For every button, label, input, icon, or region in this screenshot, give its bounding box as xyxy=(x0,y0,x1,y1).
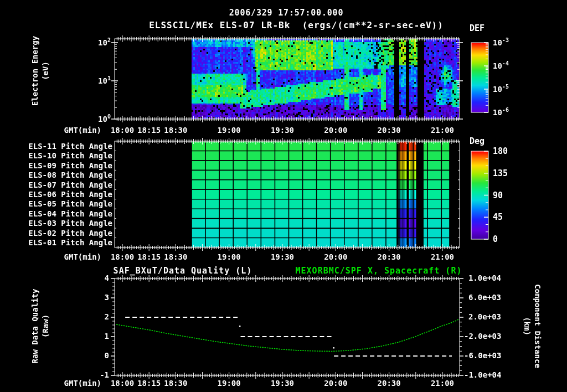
xtick-label: 19:00 xyxy=(218,252,241,261)
xtick-label: 21:00 xyxy=(431,379,454,388)
quality-left-tick-label: 2 xyxy=(83,312,109,321)
quality-left-tick-label: 1 xyxy=(83,332,109,341)
deg-tick-label: 0 xyxy=(493,234,498,244)
electron-energy-spectrogram xyxy=(115,39,460,119)
pitch-row-label: ELS-08 Pitch Angle xyxy=(22,171,112,179)
page-title-datetime: 2006/329 17:57:00.000 xyxy=(229,8,343,18)
pitch-row-label: ELS-07 Pitch Angle xyxy=(22,180,112,189)
quality-title-left: SAF_BXuT/Data Quality (L) xyxy=(114,266,252,276)
deg-tick-label: 90 xyxy=(493,190,503,200)
quality-xtick-labels: 18:0018:1518:3019:0019:3020:0020:3021:00 xyxy=(115,379,460,387)
xtick-label: 20:30 xyxy=(378,126,401,135)
pitch-row-label: ELS-11 Pitch Angle xyxy=(22,142,112,151)
quality-title-right: MEXORBMC/SPF X, Spacecraft (R) xyxy=(296,266,462,276)
quality-right-tick-label: 2.0e+03 xyxy=(468,312,501,321)
xtick-label: 19:30 xyxy=(271,379,294,388)
xtick-label: 20:30 xyxy=(378,379,401,388)
plot-page: { "header": { "title_datetime": "2006/32… xyxy=(0,0,567,392)
def-tick-label: 10-3 xyxy=(493,37,509,47)
pitch-row-label: ELS-04 Pitch Angle xyxy=(22,209,112,218)
xtick-label: 19:00 xyxy=(218,379,241,388)
deg-colorbar xyxy=(471,151,488,239)
pitch-x-axis-label: GMT(min) xyxy=(44,252,101,261)
pitch-row-label: ELS-02 Pitch Angle xyxy=(22,229,112,238)
pitch-row-label: ELS-10 Pitch Angle xyxy=(22,151,112,160)
deg-tick-label: 180 xyxy=(493,146,508,156)
pitch-row-label: ELS-06 Pitch Angle xyxy=(22,190,112,199)
xtick-label: 21:00 xyxy=(431,126,454,135)
def-colorbar-title: DEF xyxy=(470,23,484,33)
quality-left-tick-label: 4 xyxy=(83,274,109,282)
xtick-label: 18:30 xyxy=(164,126,187,135)
def-colorbar xyxy=(471,43,488,112)
xtick-label: 18:15 xyxy=(137,252,161,261)
spacecraft-x-curve xyxy=(116,319,458,352)
quality-right-tick-label: 1.0e+04 xyxy=(468,274,501,282)
spectro-ytick-label: 102 xyxy=(83,37,111,47)
spectro-xtick-labels: 18:0018:1518:3019:0019:3020:0020:3021:00 xyxy=(115,126,460,134)
quality-right-tick-label: -1.0e+04 xyxy=(464,370,501,379)
xtick-label: 18:30 xyxy=(164,379,187,388)
xtick-label: 18:30 xyxy=(164,252,187,261)
xtick-label: 18:00 xyxy=(111,379,134,388)
deg-colorbar-title: Deg xyxy=(470,136,484,146)
xtick-label: 18:15 xyxy=(137,126,161,135)
def-tick-label: 10-5 xyxy=(493,84,509,94)
xtick-label: 20:30 xyxy=(378,252,401,261)
quality-right-tick-label: -6.0e+03 xyxy=(464,351,501,360)
pitch-row-label: ELS-09 Pitch Angle xyxy=(22,161,112,170)
def-tick-label: 10-6 xyxy=(493,107,509,117)
deg-tick-label: 45 xyxy=(493,212,503,222)
xtick-label: 18:00 xyxy=(111,252,134,261)
def-tick-label: 10-4 xyxy=(493,60,509,70)
quality-right-tick-label: -2.0e+03 xyxy=(464,332,501,341)
deg-tick-label: 135 xyxy=(493,168,508,178)
xtick-label: 20:00 xyxy=(324,379,347,388)
quality-left-tick-label: 0 xyxy=(83,351,109,360)
xtick-label: 19:30 xyxy=(271,252,294,261)
xtick-label: 18:15 xyxy=(137,379,161,388)
quality-left-tick-label: 3 xyxy=(83,293,109,302)
pitch-row-label: ELS-01 Pitch Angle xyxy=(22,238,112,247)
pitch-row-label: ELS-03 Pitch Angle xyxy=(22,219,112,228)
pitch-row-label: ELS-05 Pitch Angle xyxy=(22,199,112,208)
spectro-x-axis-label: GMT(min) xyxy=(44,126,101,135)
page-title-instrument: ELSSCIL/MEx ELS-07 LR-Bk (ergs/(cm**2-sr… xyxy=(149,20,444,30)
xtick-label: 19:00 xyxy=(218,126,241,135)
quality-left-tick-label: -1 xyxy=(83,370,109,379)
spectro-ytick-label: 100 xyxy=(83,114,111,123)
xtick-label: 20:00 xyxy=(324,126,347,135)
xtick-label: 19:30 xyxy=(271,126,294,135)
quality-x-axis-label: GMT(min) xyxy=(44,379,101,388)
quality-right-tick-label: 6.0e+03 xyxy=(468,293,501,302)
xtick-label: 18:00 xyxy=(111,126,134,135)
pitch-xtick-labels: 18:0018:1518:3019:0019:3020:0020:3021:00 xyxy=(115,252,460,261)
spectro-ytick-label: 101 xyxy=(83,75,111,85)
xtick-label: 20:00 xyxy=(324,252,347,261)
xtick-label: 21:00 xyxy=(431,252,454,261)
pitch-angle-panel xyxy=(115,141,460,247)
